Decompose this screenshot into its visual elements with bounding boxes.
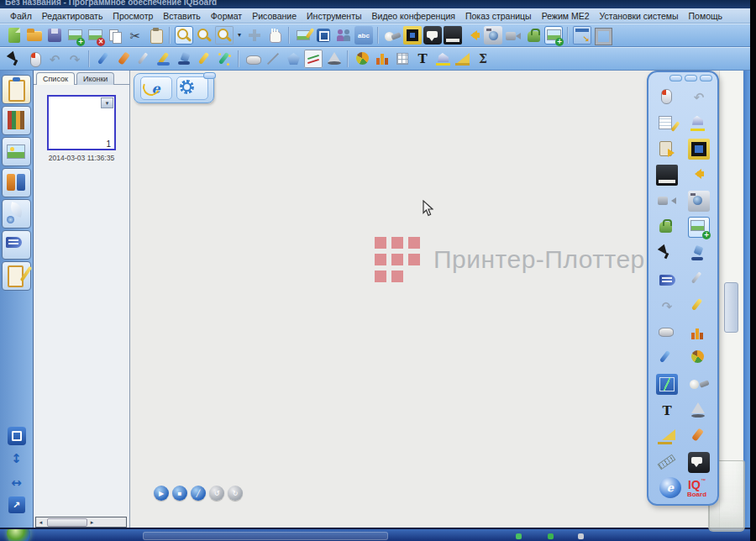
tray-icon[interactable]	[516, 533, 522, 539]
zoom-out-button[interactable]: −	[195, 26, 213, 45]
stamp-pen-button[interactable]	[688, 243, 710, 264]
menu-me2-mode[interactable]: Режим ME2	[537, 11, 595, 21]
highlighter-button[interactable]	[688, 296, 710, 317]
formula-button[interactable]: Σ	[474, 50, 492, 68]
clipboard-button[interactable]	[656, 139, 678, 160]
pen-button[interactable]	[94, 50, 113, 68]
add-resource-button[interactable]	[688, 217, 710, 238]
undo-button[interactable]: ↶	[688, 87, 710, 108]
brush-pen-button[interactable]	[688, 426, 710, 447]
mouse-button[interactable]	[25, 50, 44, 68]
menu-file[interactable]: Файл	[5, 11, 37, 21]
eraser-button[interactable]	[656, 322, 678, 343]
scroll-left-button[interactable]: ◂	[36, 519, 45, 526]
tray-icon[interactable]	[548, 533, 554, 539]
copy-button[interactable]	[106, 26, 124, 45]
draw-button[interactable]: ╱	[191, 486, 206, 501]
menu-view[interactable]: Просмотр	[108, 11, 158, 21]
brush-pen-button[interactable]	[114, 50, 133, 68]
pan-button[interactable]	[265, 26, 284, 45]
fullscreen-toggle-button[interactable]	[8, 427, 26, 445]
select-button[interactable]	[5, 50, 24, 68]
notes-book-button[interactable]	[2, 230, 31, 260]
save-button[interactable]	[45, 26, 64, 45]
highlighter-button[interactable]	[195, 50, 213, 68]
fill-button[interactable]	[433, 50, 452, 68]
open-button[interactable]	[25, 26, 44, 45]
line-button[interactable]	[264, 50, 282, 68]
board-pen-button[interactable]	[155, 50, 173, 68]
steel-pen-button[interactable]	[134, 50, 153, 68]
bar-chart-button[interactable]	[373, 50, 391, 68]
taskbar-item[interactable]	[143, 532, 388, 540]
panel-scrollbar[interactable]: ◂ ▸	[35, 517, 127, 528]
scroll-vertical-button[interactable]: ↕	[6, 448, 28, 470]
undo-button[interactable]: ↶	[45, 50, 64, 68]
spotlight-button[interactable]	[383, 26, 402, 45]
menu-format[interactable]: Формат	[206, 11, 247, 21]
web-resources-button[interactable]	[2, 199, 31, 228]
camera-button[interactable]	[688, 191, 710, 212]
stamp-pen-button[interactable]	[175, 50, 193, 68]
menu-help[interactable]: Помощь	[684, 11, 728, 21]
conference-button[interactable]	[334, 26, 353, 45]
new-page-button[interactable]	[5, 26, 24, 45]
menu-tools[interactable]: Инструменты	[302, 11, 366, 21]
fill-button[interactable]	[688, 113, 710, 134]
add-resource-button[interactable]	[544, 26, 563, 45]
delete-button[interactable]	[86, 26, 104, 45]
next-page-button[interactable]: ↻	[228, 486, 243, 501]
start-button[interactable]	[7, 528, 30, 541]
fullscreen-button[interactable]	[314, 26, 333, 45]
select-button[interactable]	[656, 243, 678, 264]
text-button[interactable]: T	[656, 400, 678, 421]
scroll-horizontal-button[interactable]: ↔	[6, 472, 28, 494]
back-button[interactable]	[464, 26, 482, 45]
menu-page-show[interactable]: Показ страницы	[460, 11, 537, 21]
insert-picture-button[interactable]	[66, 26, 84, 45]
solid-shape-button[interactable]	[688, 400, 710, 421]
pencil-button[interactable]	[656, 348, 678, 369]
web-link-button[interactable]: e	[659, 477, 681, 498]
page-thumbnail[interactable]: ▾ 1	[47, 95, 116, 150]
worksheet-button[interactable]	[2, 261, 31, 291]
prev-page-button[interactable]: ↺	[209, 486, 224, 501]
camera-button[interactable]	[484, 26, 502, 45]
scroll-right-button[interactable]: ▸	[87, 519, 97, 526]
bar-chart-button[interactable]	[688, 322, 710, 343]
menu-video-conference[interactable]: Видео конференция	[367, 11, 460, 21]
show-window-button[interactable]	[573, 26, 591, 45]
video-recorder-button[interactable]	[656, 191, 678, 212]
resource-bag-button[interactable]	[524, 26, 543, 45]
menu-edit[interactable]: Редактировать	[37, 11, 108, 21]
gallery-button[interactable]	[294, 26, 312, 45]
chart-button[interactable]	[656, 374, 678, 395]
redo-button[interactable]: ↷	[656, 296, 678, 317]
pages-panel-button[interactable]	[2, 75, 31, 104]
canvas-scroll-thumb[interactable]	[724, 282, 738, 333]
text-button[interactable]: T	[413, 50, 432, 68]
fit-page-button[interactable]	[245, 26, 264, 45]
paste-button[interactable]	[146, 26, 165, 45]
blackboard-button[interactable]	[656, 165, 678, 186]
notes-button[interactable]	[656, 113, 678, 134]
menu-insert[interactable]: Вставить	[158, 11, 206, 21]
canvas-scrollbar[interactable]	[719, 71, 743, 528]
settings-gear-icon[interactable]	[176, 76, 208, 100]
menu-draw[interactable]: Рисование	[247, 11, 302, 21]
toolbar-collapse-button[interactable]	[669, 75, 682, 81]
shape-button[interactable]	[284, 50, 302, 68]
screen-shade-button[interactable]	[403, 26, 422, 45]
pie-chart-button[interactable]	[688, 348, 710, 369]
chart-button[interactable]	[304, 50, 323, 68]
library-button[interactable]	[2, 106, 31, 135]
eraser-button[interactable]	[244, 50, 262, 68]
protractor-button[interactable]	[656, 426, 678, 447]
resize-button[interactable]: ↗	[8, 496, 25, 513]
cut-button[interactable]: ✂	[126, 26, 144, 45]
browser-button[interactable]: e	[140, 76, 172, 100]
gallery-panel-button[interactable]	[2, 137, 31, 166]
tray-icon[interactable]	[578, 533, 584, 539]
protractor-button[interactable]	[454, 50, 472, 68]
toolbar-minimize-handle[interactable]	[203, 72, 216, 79]
